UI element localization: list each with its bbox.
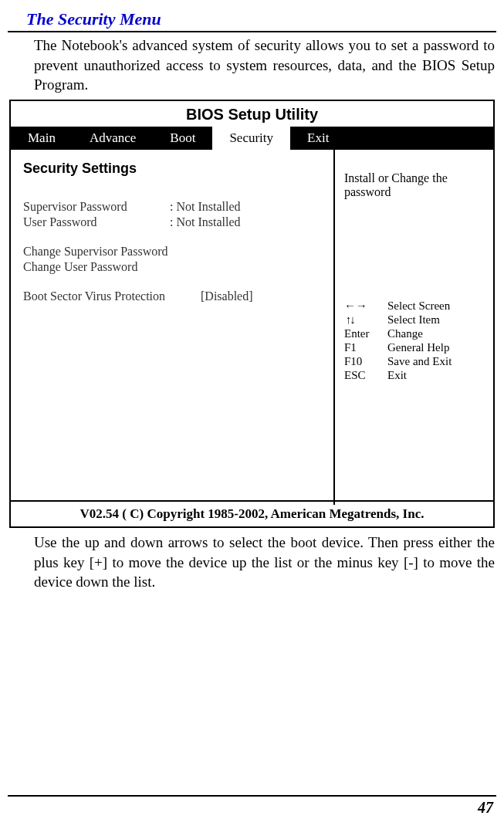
bios-footer: V02.54 ( C) Copyright 1985-2002, America… (11, 500, 493, 526)
setting-supervisor-password: Supervisor Password : Not Installed (23, 200, 321, 214)
tab-main[interactable]: Main (11, 127, 73, 150)
keyhint-desc: Save and Exit (387, 355, 452, 368)
setting-value: [Disabled] (201, 289, 253, 303)
action-change-supervisor-password[interactable]: Change Supervisor Password (23, 245, 321, 259)
keyhint-desc: Select Screen (387, 299, 450, 313)
arrow-up-down-icon: ↑↓ (344, 313, 387, 327)
setting-value: : Not Installed (170, 200, 241, 214)
tab-security[interactable]: Security (212, 127, 290, 150)
key-hints: ← → Select Screen ↑↓ Select Item Enter C… (344, 299, 484, 382)
setting-label: Supervisor Password (23, 200, 170, 214)
tab-boot[interactable]: Boot (153, 127, 212, 150)
bios-tab-bar: Main Advance Boot Security Exit (11, 127, 493, 150)
keyhint-desc: Change (387, 327, 423, 340)
keyhint-row: Enter Change (344, 327, 484, 340)
keyhint-desc: Select Item (387, 313, 440, 327)
keyhint-row: ← → Select Screen (344, 299, 484, 313)
section-heading: The Security Menu (8, 9, 496, 32)
page-footer-rule (8, 795, 496, 797)
security-settings-heading: Security Settings (23, 161, 321, 177)
setting-label: Boot Sector Virus Protection (23, 289, 201, 303)
keyhint-desc: Exit (387, 369, 407, 382)
bios-title: BIOS Setup Utility (11, 101, 493, 127)
action-label: Change Supervisor Password (23, 245, 168, 259)
bios-help-text: Install or Change the password (344, 171, 484, 199)
bios-screenshot: BIOS Setup Utility Main Advance Boot Sec… (9, 100, 495, 528)
page-number: 47 (478, 799, 493, 817)
keyhint-row: F10 Save and Exit (344, 355, 484, 368)
action-change-user-password[interactable]: Change User Password (23, 260, 321, 274)
keyhint-row: F1 General Help (344, 341, 484, 354)
arrow-left-right-icon: ← → (344, 299, 387, 313)
keyhint-key: ESC (344, 369, 387, 382)
keyhint-key: Enter (344, 327, 387, 340)
keyhint-row: ESC Exit (344, 369, 484, 382)
tab-exit[interactable]: Exit (290, 127, 346, 150)
keyhint-key: F1 (344, 341, 387, 354)
outro-paragraph: Use the up and down arrows to select the… (8, 533, 496, 592)
bios-body: Security Settings Supervisor Password : … (11, 150, 493, 505)
keyhint-desc: General Help (387, 341, 449, 354)
bios-right-pane: Install or Change the password ← → Selec… (335, 150, 493, 505)
tab-advance[interactable]: Advance (73, 127, 153, 150)
keyhint-row: ↑↓ Select Item (344, 313, 484, 327)
setting-boot-sector-virus[interactable]: Boot Sector Virus Protection [Disabled] (23, 289, 321, 303)
bios-left-pane: Security Settings Supervisor Password : … (11, 150, 335, 505)
action-label: Change User Password (23, 260, 137, 274)
setting-value: : Not Installed (170, 215, 241, 229)
intro-paragraph: The Notebook's advanced system of securi… (8, 36, 496, 95)
setting-label: User Password (23, 215, 170, 229)
keyhint-key: F10 (344, 355, 387, 368)
setting-user-password: User Password : Not Installed (23, 215, 321, 229)
